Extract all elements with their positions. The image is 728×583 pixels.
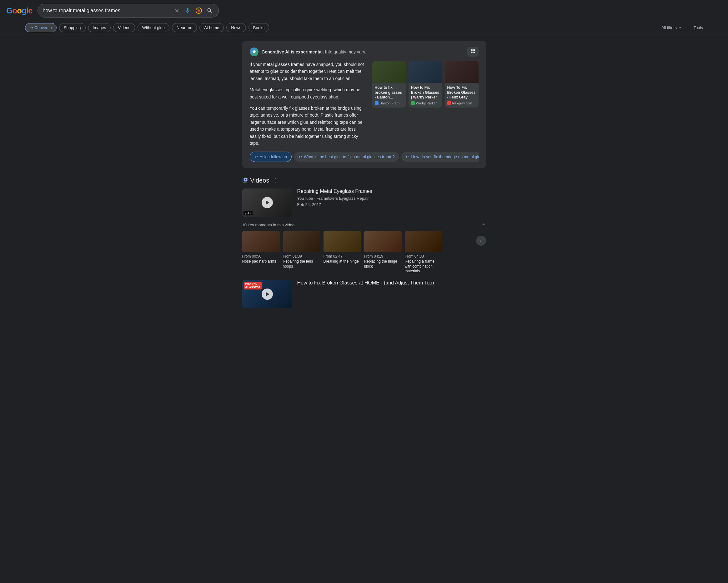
google-logo: Google xyxy=(6,6,32,16)
reply-icon-2: ↪ xyxy=(298,154,302,159)
videos-more-button[interactable]: ⋮ xyxy=(273,177,279,184)
moment-time-5: From 04:38 xyxy=(405,254,442,258)
moment-thumb-5 xyxy=(405,231,442,252)
ai-paragraph-1: If your metal glasses frames have snappe… xyxy=(250,61,366,82)
nav-pill-news[interactable]: News xyxy=(226,23,246,32)
reply-icon-3: ↪ xyxy=(406,154,409,159)
converse-icon: ↪ xyxy=(30,25,33,30)
moment-time-4: From 04:19 xyxy=(364,254,402,258)
ai-grid-button[interactable] xyxy=(467,47,478,57)
search-button[interactable] xyxy=(206,7,213,15)
moment-item-4[interactable]: From 04:19 Replacing the hinge block xyxy=(364,231,402,269)
nav-pill-at-home[interactable]: At home xyxy=(200,23,224,32)
source-dot-2 xyxy=(411,101,415,105)
search-bar[interactable] xyxy=(37,4,219,18)
all-filters-button[interactable]: All filters xyxy=(661,25,682,30)
ai-card-2-source: Warby Parker xyxy=(411,101,440,105)
main-video-title: Repairing Metal Eyeglass Frames xyxy=(297,188,486,194)
videos-section-header: Videos ⋮ xyxy=(242,177,486,184)
moment-time-2: From 01:39 xyxy=(283,254,320,258)
followup-row: ↪ Ask a follow up ↪ What is the best glu… xyxy=(250,152,478,162)
moment-item-2[interactable]: From 01:39 Repairing the lens hoops xyxy=(283,231,320,269)
followup-bridge-button[interactable]: ↪ How do you fix the bridge on metal gla… xyxy=(401,152,478,161)
video-duration: 9:47 xyxy=(243,211,253,216)
moment-label-2: Repairing the lens hoops xyxy=(283,259,320,269)
ai-card-3-source: felixgray.com xyxy=(447,101,476,105)
ai-header: Generative AI is experimental. Info qual… xyxy=(250,47,478,57)
followup-glue-button[interactable]: ↪ What is the best glue to fix a metal g… xyxy=(294,152,399,161)
moment-label-1: Nose pad harp arms xyxy=(242,259,280,264)
search-input[interactable] xyxy=(43,8,171,14)
voice-search-button[interactable] xyxy=(183,6,191,15)
moment-label-4: Replacing the hinge block xyxy=(364,259,402,269)
videos-section-title: Videos xyxy=(251,177,269,184)
ai-card-1[interactable]: How to fix broken glasses - Banton... Ba… xyxy=(372,61,406,107)
moment-time-3: From 02:47 xyxy=(323,254,361,258)
main-content: Generative AI is experimental. Info qual… xyxy=(236,34,492,314)
ai-source-cards: How to fix broken glasses - Banton... Ba… xyxy=(372,61,478,147)
ai-card-3-title: How To Fix Broken Glasses - Felix Gray xyxy=(447,85,476,100)
ai-card-1-title: How to fix broken glasses - Banton... xyxy=(375,85,404,100)
nav-pill-images[interactable]: Images xyxy=(88,23,111,32)
ai-answer-box: Generative AI is experimental. Info qual… xyxy=(242,41,486,168)
ai-paragraph-3: You can temporarily fix glasses broken a… xyxy=(250,105,366,147)
nav-pill-without-glue[interactable]: Without glue xyxy=(137,23,170,32)
nav-pill-videos[interactable]: Videos xyxy=(113,23,135,32)
moments-row: From 00:56 Nose pad harp arms From 01:39… xyxy=(242,231,486,274)
moment-thumb-2 xyxy=(283,231,320,252)
nav-pill-shopping[interactable]: Shopping xyxy=(59,23,86,32)
clear-search-button[interactable] xyxy=(174,7,180,14)
nav-pill-converse[interactable]: ↪ Converse xyxy=(25,23,57,32)
tools-button[interactable]: Tools xyxy=(694,25,703,30)
second-play-button[interactable] xyxy=(262,288,273,300)
ai-header-text: Generative AI is experimental. Info qual… xyxy=(262,49,366,54)
source-dot-1 xyxy=(375,101,379,105)
ai-paragraph-2: Metal eyeglasses typically require weldi… xyxy=(250,86,366,100)
ai-card-2[interactable]: How to Fix Broken Glasses | Warby Parker… xyxy=(409,61,442,107)
ai-card-3[interactable]: How To Fix Broken Glasses - Felix Gray f… xyxy=(445,61,478,107)
moment-label-3: Breaking at the hinge xyxy=(323,259,361,264)
main-video-thumbnail[interactable]: 9:47 xyxy=(242,188,292,217)
play-button[interactable] xyxy=(262,197,273,208)
moment-item-3[interactable]: From 02:47 Breaking at the hinge xyxy=(323,231,361,264)
nav-bar: ↪ Converse Shopping Images Videos Withou… xyxy=(0,21,728,34)
moment-thumb-1 xyxy=(242,231,280,252)
ai-logo-icon xyxy=(250,48,259,56)
moments-next-button[interactable]: › xyxy=(476,236,486,246)
main-video[interactable]: 9:47 Repairing Metal Eyeglass Frames You… xyxy=(242,188,486,217)
reply-icon: ↪ xyxy=(255,154,258,159)
broken-glasses-badge: BROKENGLASSES? xyxy=(244,282,262,289)
key-moments-label: 10 key moments in this video xyxy=(242,223,295,227)
header: Google xyxy=(0,0,728,21)
moment-item-1[interactable]: From 00:56 Nose pad harp arms xyxy=(242,231,280,264)
second-video-thumbnail[interactable]: BROKENGLASSES? xyxy=(242,280,292,308)
ai-card-1-source: Banton Fram... xyxy=(375,101,404,105)
ai-body: If your metal glasses frames have snappe… xyxy=(250,61,478,147)
main-video-info: Repairing Metal Eyeglass Frames YouTube … xyxy=(297,188,486,208)
lens-search-button[interactable] xyxy=(195,6,203,15)
ai-cards-row: How to fix broken glasses - Banton... Ba… xyxy=(372,61,478,107)
nav-pill-near-me[interactable]: Near me xyxy=(172,23,197,32)
second-video-title: How to Fix Broken Glasses at HOME - (and… xyxy=(297,280,486,286)
moment-thumb-3 xyxy=(323,231,361,252)
ai-text-content: If your metal glasses frames have snappe… xyxy=(250,61,366,147)
moment-item-5[interactable]: From 04:38 Repairing a frame with combin… xyxy=(405,231,442,274)
collapse-moments-button[interactable] xyxy=(481,222,486,228)
source-dot-3 xyxy=(447,101,451,105)
moment-time-1: From 00:56 xyxy=(242,254,280,258)
moment-label-5: Repairing a frame with combination mater… xyxy=(405,259,442,274)
second-video[interactable]: BROKENGLASSES? How to Fix Broken Glasses… xyxy=(242,280,486,308)
moment-thumb-4 xyxy=(364,231,402,252)
main-video-meta: YouTube · Framefixers Eyeglass Repair Fe… xyxy=(297,195,486,208)
video-section-icon xyxy=(242,177,248,184)
ai-card-2-title: How to Fix Broken Glasses | Warby Parker xyxy=(411,85,440,100)
second-video-info: How to Fix Broken Glasses at HOME - (and… xyxy=(297,280,486,287)
ask-followup-button[interactable]: ↪ Ask a follow up xyxy=(250,152,292,162)
nav-pill-books[interactable]: Books xyxy=(249,23,269,32)
key-moments-header: 10 key moments in this video xyxy=(242,222,486,228)
